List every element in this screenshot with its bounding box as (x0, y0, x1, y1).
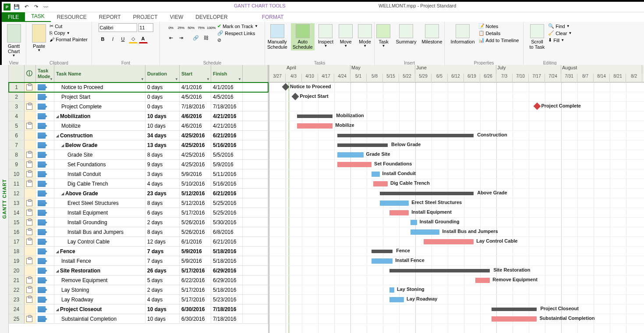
extra-cell[interactable] (243, 208, 268, 217)
task-name-cell[interactable]: Install Fence (54, 256, 145, 265)
gantt-row[interactable]: Install Conduit (269, 169, 644, 179)
task-name-cell[interactable]: Remove Equipment (54, 276, 145, 285)
activity-icon[interactable]: 〰 (42, 4, 49, 11)
start-cell[interactable]: 7/18/2016 (180, 102, 211, 111)
extra-cell[interactable] (243, 189, 268, 198)
unlink-button[interactable]: ⛓ (202, 33, 210, 42)
task-bar[interactable] (492, 316, 537, 322)
pct-50-button[interactable]: 50% (187, 23, 195, 32)
info-cell[interactable] (25, 160, 36, 169)
finish-cell[interactable]: 6/29/2016 (211, 266, 243, 275)
italic-button[interactable]: I (109, 35, 117, 43)
finish-cell[interactable]: 4/21/2016 (211, 121, 243, 130)
gantt-row[interactable]: Lay Control Cable (269, 237, 644, 247)
extra-cell[interactable] (243, 285, 268, 294)
start-cell[interactable]: 6/30/2016 (180, 304, 211, 314)
finish-cell[interactable]: 6/29/2016 (211, 276, 243, 285)
task-bar[interactable] (389, 287, 394, 293)
summary-bar[interactable] (337, 134, 474, 137)
finish-cell[interactable]: 6/21/2016 (211, 131, 243, 140)
task-name-cell[interactable]: Construction (54, 131, 145, 140)
tab-resource[interactable]: RESOURCE (51, 12, 93, 22)
redo-icon[interactable]: ↷ (32, 4, 39, 11)
start-cell[interactable]: 5/12/2016 (180, 198, 211, 208)
col-extra[interactable] (243, 65, 268, 82)
start-cell[interactable]: 4/5/2016 (180, 92, 211, 101)
font-name-select[interactable] (99, 23, 137, 32)
gantt-row[interactable]: Site Restoration (269, 266, 644, 276)
info-cell[interactable] (25, 179, 36, 188)
mode-cell[interactable] (36, 140, 54, 150)
info-cell[interactable] (25, 208, 36, 217)
info-cell[interactable] (25, 150, 36, 159)
finish-cell[interactable]: 6/21/2016 (211, 237, 243, 246)
start-cell[interactable]: 5/10/2016 (180, 179, 211, 188)
task-row[interactable]: 9Set Foundations9 days4/25/20165/9/2016 (9, 160, 268, 169)
task-row[interactable]: 21Remove Equipment5 days6/22/20166/29/20… (9, 276, 268, 285)
task-bar[interactable] (389, 297, 404, 302)
clear-button[interactable]: 🧹Clear▼ (548, 30, 572, 36)
row-number[interactable]: 22 (9, 285, 25, 294)
start-cell[interactable]: 5/17/2016 (180, 266, 211, 275)
mode-cell[interactable] (36, 256, 54, 265)
summary-bar[interactable] (337, 143, 388, 147)
start-cell[interactable]: 5/17/2016 (180, 208, 211, 217)
gantt-row[interactable]: Install Equipment (269, 208, 644, 218)
row-number[interactable]: 3 (9, 102, 25, 111)
extra-cell[interactable] (243, 131, 268, 140)
task-row[interactable]: 19Install Fence7 days5/9/20165/18/2016 (9, 256, 268, 266)
task-name-cell[interactable]: Install Grounding (54, 218, 145, 227)
summary-bar[interactable] (492, 308, 537, 311)
paste-button[interactable]: Paste▼ (30, 23, 48, 54)
tab-task[interactable]: TASK (25, 11, 50, 22)
start-cell[interactable]: 5/17/2016 (180, 295, 211, 304)
col-start[interactable]: Start▼ (180, 65, 211, 82)
format-painter-button[interactable]: 🖌Format Painter (50, 37, 88, 42)
start-cell[interactable]: 6/22/2016 (180, 276, 211, 285)
start-cell[interactable]: 5/26/2016 (180, 227, 211, 236)
task-row[interactable]: 17Lay Control Cable12 days6/1/20166/21/2… (9, 237, 268, 247)
bold-button[interactable]: B (99, 35, 107, 43)
duration-cell[interactable]: 12 days (145, 237, 180, 246)
mode-cell[interactable] (36, 237, 54, 246)
scroll-to-task-button[interactable]: Scroll to Task (528, 23, 547, 50)
start-cell[interactable]: 4/25/2016 (180, 140, 211, 150)
extra-cell[interactable] (243, 160, 268, 169)
mode-cell[interactable] (36, 102, 54, 111)
extra-cell[interactable] (243, 276, 268, 285)
duration-cell[interactable]: 4 days (145, 295, 180, 304)
mark-on-track-button[interactable]: ✔Mark on Track▼ (217, 23, 258, 29)
col-duration[interactable]: Duration▼ (145, 65, 180, 82)
copy-button[interactable]: ⎘Copy▼ (50, 30, 88, 36)
task-row[interactable]: 4Mobilization10 days4/6/20164/21/2016 (9, 111, 268, 121)
duration-cell[interactable]: 26 days (145, 266, 180, 275)
extra-cell[interactable] (243, 121, 268, 130)
mode-cell[interactable] (36, 160, 54, 169)
duration-cell[interactable]: 8 days (145, 198, 180, 208)
row-number[interactable]: 11 (9, 179, 25, 188)
insert-summary-button[interactable]: Summary (394, 23, 418, 45)
info-cell[interactable] (25, 247, 36, 256)
finish-cell[interactable]: 5/30/2016 (211, 218, 243, 227)
task-bar[interactable] (297, 123, 333, 129)
duration-cell[interactable]: 13 days (145, 140, 180, 150)
task-bar[interactable] (372, 258, 393, 264)
duration-cell[interactable]: 0 days (145, 102, 180, 111)
gantt-row[interactable]: Mobilization (269, 111, 644, 121)
info-cell[interactable] (25, 121, 36, 130)
gantt-row[interactable]: Install Fence (269, 256, 644, 266)
task-bar[interactable] (410, 229, 440, 235)
task-name-cell[interactable]: Mobilization (54, 111, 145, 121)
auto-schedule-button[interactable]: Auto Schedule (291, 23, 315, 50)
gantt-row[interactable]: Erect Steel Structures (269, 198, 644, 208)
info-cell[interactable] (25, 140, 36, 150)
gantt-row[interactable]: Project Closeout (269, 304, 644, 314)
row-number[interactable]: 9 (9, 160, 25, 169)
task-row[interactable]: 10Install Conduit3 days5/9/20165/11/2016 (9, 169, 268, 179)
task-name-cell[interactable]: Mobilize (54, 121, 145, 130)
fill-color-button[interactable]: ◇ (129, 35, 138, 43)
duration-cell[interactable]: 0 days (145, 92, 180, 101)
extra-cell[interactable] (243, 111, 268, 121)
start-cell[interactable]: 4/25/2016 (180, 131, 211, 140)
info-cell[interactable] (25, 266, 36, 275)
